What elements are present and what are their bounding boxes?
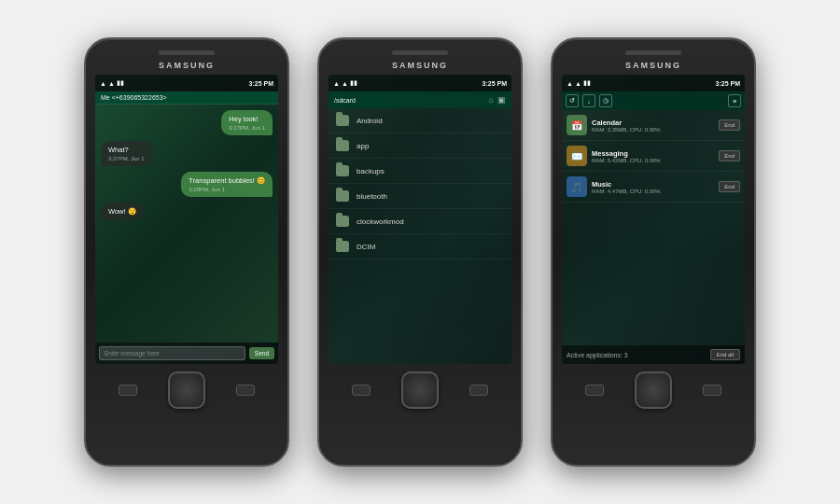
phone-1-status-bar: ▲ ▲ ▮▮ 3:25 PM: [95, 75, 278, 91]
message-input-area: Enter message here Send: [95, 343, 278, 364]
bubble-text: Transparent bubbles! 😊: [189, 176, 265, 185]
file-name: DCIM: [357, 243, 375, 251]
message-bubble-3: Transparent bubbles! 😊 3:28PM, Jun 1: [181, 172, 273, 197]
list-item[interactable]: Android: [329, 108, 511, 133]
bubble-text: Hey look!: [229, 115, 265, 123]
list-item[interactable]: backups: [329, 159, 511, 184]
download-icon[interactable]: ↓: [582, 94, 595, 107]
phone-1: SAMSUNG ▲ ▲ ▮▮ 3:25 PM Me <+639065322653…: [84, 37, 289, 467]
message-bubble-2: What? 3:27PM, Jun 1: [101, 141, 152, 166]
battery-icon: ▮▮: [117, 79, 124, 87]
menu-button[interactable]: [119, 385, 137, 396]
file-manager-header: /sdcard ⌂ ▣: [329, 91, 511, 108]
menu-icon[interactable]: ≡: [728, 94, 741, 107]
phone-3-nav: [560, 371, 747, 409]
battery-icon: ▮▮: [583, 79, 591, 87]
phone-2-signal-icons: ▲ ▲ ▮▮: [333, 79, 357, 87]
app-name: Calendar: [592, 119, 714, 127]
app-ram: RAM: 4.47MB, CPU: 0.00%: [592, 189, 714, 194]
folder-icon: [336, 165, 349, 176]
message-bubble-4: Wow! 😯: [101, 203, 144, 220]
phone-1-time: 3:25 PM: [249, 80, 273, 87]
home-button[interactable]: [635, 371, 672, 409]
folder-icon: [336, 115, 349, 126]
phone-3-screen: ▲ ▲ ▮▮ 3:25 PM ↺ ↓ ◷ ≡ 📅 Calendar: [562, 75, 745, 364]
phone-3-speaker: [625, 50, 681, 55]
list-item[interactable]: app: [329, 133, 511, 159]
message-body: Hey look! 3:27PM, Jun 1 What? 3:27PM, Ju…: [95, 105, 278, 343]
phone-3-status-bar: ▲ ▲ ▮▮ 3:25 PM: [562, 75, 745, 91]
bubble-time: 3:27PM, Jun 1: [229, 125, 265, 131]
wifi-icon: ▲: [108, 80, 115, 87]
home-button[interactable]: [401, 371, 439, 409]
app-name: Music: [592, 180, 714, 189]
folder-icon: [336, 190, 349, 202]
file-list: Android app backups bluetooth clockworkm…: [329, 108, 511, 364]
back-button[interactable]: [236, 385, 255, 396]
file-header-icons: ⌂ ▣: [489, 95, 506, 105]
task-manager-header: ↺ ↓ ◷ ≡: [562, 91, 745, 110]
wifi-icon: ▲: [333, 80, 340, 87]
task-info: Messaging RAM: 5.42MB, CPU: 0.00%: [592, 149, 714, 163]
messaging-header: Me <+639065322653>: [95, 91, 278, 105]
music-app-icon: 🎵: [567, 176, 587, 197]
phone-2-time: 3:25 PM: [483, 80, 507, 87]
home-button[interactable]: [168, 371, 205, 409]
file-name: Android: [357, 117, 383, 125]
clock-icon[interactable]: ◷: [599, 94, 612, 107]
contact-name: Me <+639065322653>: [101, 94, 167, 101]
home-icon[interactable]: ⌂: [489, 95, 494, 105]
phone-3-signal-icons: ▲ ▲ ▮▮: [567, 79, 591, 87]
phone-3-brand: SAMSUNG: [625, 61, 681, 70]
task-info: Calendar RAM: 3.35MB, CPU: 0.00%: [592, 119, 714, 133]
messaging-app-icon: ✉️: [567, 146, 587, 166]
task-item-music: 🎵 Music RAM: 4.47MB, CPU: 0.00% End: [562, 172, 745, 203]
calendar-app-icon: 📅: [567, 115, 587, 135]
end-button-messaging[interactable]: End: [719, 150, 740, 161]
bubble-time: 3:27PM, Jun 1: [108, 156, 145, 161]
task-item-calendar: 📅 Calendar RAM: 3.35MB, CPU: 0.00% End: [562, 110, 745, 141]
sd-icon[interactable]: ▣: [497, 95, 506, 105]
end-button-music[interactable]: End: [719, 181, 740, 192]
history-icon[interactable]: ↺: [566, 94, 579, 107]
folder-icon: [336, 216, 349, 227]
menu-button[interactable]: [352, 385, 371, 396]
signal-icon: ▲: [575, 80, 581, 87]
phone-1-speaker: [159, 50, 215, 55]
active-apps-label: Active applications: 3: [567, 352, 628, 358]
list-item[interactable]: clockworkmod: [329, 209, 511, 234]
app-ram: RAM: 3.35MB, CPU: 0.00%: [592, 127, 714, 133]
back-button[interactable]: [703, 385, 721, 396]
end-button-calendar[interactable]: End: [719, 119, 740, 131]
message-input[interactable]: Enter message here: [99, 346, 245, 360]
message-bubble-1: Hey look! 3:27PM, Jun 1: [221, 110, 273, 135]
phone-1-signal-icons: ▲ ▲ ▮▮: [100, 79, 124, 87]
list-item[interactable]: DCIM: [329, 234, 511, 259]
bubble-text: What?: [108, 146, 145, 154]
menu-button[interactable]: [585, 385, 604, 396]
file-path: /sdcard: [334, 97, 356, 104]
input-placeholder: Enter message here: [105, 350, 160, 357]
app-name: Messaging: [592, 149, 714, 158]
battery-icon: ▮▮: [350, 79, 357, 87]
phone-2-speaker: [392, 50, 448, 55]
signal-icon: ▲: [100, 80, 106, 87]
task-header-icons: ↺ ↓ ◷: [566, 94, 612, 107]
task-list: 📅 Calendar RAM: 3.35MB, CPU: 0.00% End ✉…: [562, 110, 745, 345]
phone-1-screen: ▲ ▲ ▮▮ 3:25 PM Me <+639065322653> Hey lo…: [95, 75, 278, 364]
file-name: backups: [357, 167, 385, 175]
end-all-button[interactable]: End all: [710, 349, 740, 360]
file-name: clockworkmod: [357, 217, 404, 226]
task-info: Music RAM: 4.47MB, CPU: 0.00%: [592, 180, 714, 194]
app-ram: RAM: 5.42MB, CPU: 0.00%: [592, 158, 714, 163]
phone-3-time: 3:25 PM: [716, 80, 740, 87]
list-item[interactable]: bluetooth: [329, 184, 511, 209]
back-button[interactable]: [469, 385, 488, 396]
phone-2-status-bar: ▲ ▲ ▮▮ 3:25 PM: [329, 75, 511, 91]
wifi-icon: ▲: [567, 80, 573, 87]
folder-icon: [336, 241, 349, 252]
folder-icon: [336, 140, 349, 151]
send-button[interactable]: Send: [249, 347, 274, 359]
phone-1-nav: [93, 371, 280, 409]
file-name: app: [357, 142, 369, 150]
